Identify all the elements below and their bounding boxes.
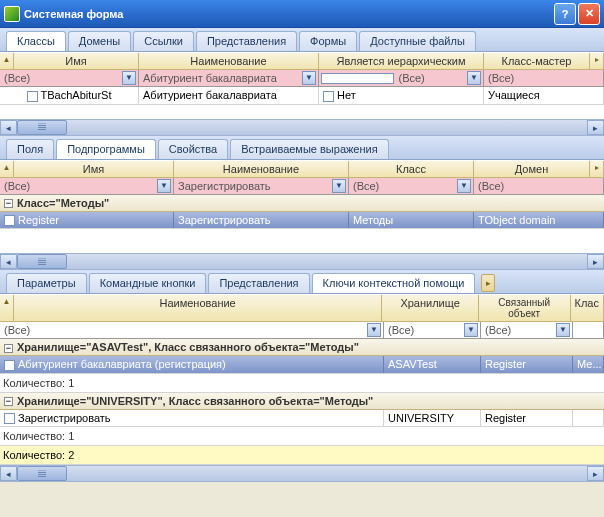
filter-storage: (Все) [386, 324, 464, 336]
dropdown-icon[interactable]: ▼ [332, 179, 346, 193]
col-name[interactable]: Имя [14, 161, 174, 177]
dropdown-icon[interactable]: ▼ [464, 323, 478, 337]
scroll-right-icon[interactable]: ▸ [587, 120, 604, 135]
tabstrip-main: Классы Домены Ссылки Представления Формы… [0, 28, 604, 52]
filter-name: (Все) [2, 72, 122, 84]
tab-views[interactable]: Представления [196, 31, 297, 51]
checkbox-icon[interactable] [27, 91, 38, 102]
tab-cmdbtns[interactable]: Командные кнопки [89, 273, 207, 293]
checkbox-icon[interactable] [4, 413, 15, 424]
col-name[interactable]: Имя [14, 53, 139, 69]
help-button[interactable]: ? [554, 3, 576, 25]
scrollbar-h[interactable]: ◂ ▸ [0, 119, 604, 136]
grid3-row2[interactable]: Зарегистрировать UNIVERSITY Register [0, 410, 604, 428]
grid3-header: ▲ Наименование Хранилище Связанный объек… [0, 294, 604, 322]
tab-forms[interactable]: Формы [299, 31, 357, 51]
scroll-right-icon[interactable]: ▸ [587, 466, 604, 481]
grid3-group2[interactable]: −Хранилище="UNIVERSITY", Класс связанног… [0, 393, 604, 410]
filter-hier: (Все) [397, 72, 468, 84]
grid2-row-selected[interactable]: Register Зарегистрировать Методы TObject… [0, 212, 604, 230]
cell-name: Register [18, 214, 59, 226]
grid2-header: ▲ Имя Наименование Класс Домен ▸ [0, 160, 604, 178]
tab-domains[interactable]: Домены [68, 31, 131, 51]
cell-master: Учащиеся [484, 87, 604, 104]
grid1-row[interactable]: TBachAbiturSt Абитуриент бакалавриата Не… [0, 87, 604, 105]
tab-links[interactable]: Ссылки [133, 31, 194, 51]
dropdown-icon[interactable]: ▼ [457, 179, 471, 193]
collapse-icon[interactable]: − [4, 199, 13, 208]
dropdown-icon[interactable]: ▼ [302, 71, 316, 85]
group-label: Хранилище="ASAVTest", Класс связанного о… [17, 341, 359, 353]
group-label: Класс="Методы" [17, 197, 109, 209]
scrollbar-h[interactable]: ◂ ▸ [0, 253, 604, 270]
cell-class [573, 410, 604, 427]
tab-helpkeys[interactable]: Ключи контекстной помощи [312, 273, 476, 293]
tab-files[interactable]: Доступные файлы [359, 31, 476, 51]
tabstrip-sub: Поля Подпрограммы Свойства Встраиваемые … [0, 136, 604, 160]
scroll-thumb[interactable] [17, 466, 67, 481]
grid3-group1[interactable]: −Хранилище="ASAVTest", Класс связанного … [0, 339, 604, 356]
col-storage[interactable]: Хранилище [382, 295, 479, 321]
cell-linked: Register [481, 410, 573, 427]
col-hierarchy[interactable]: Является иерархическим [319, 53, 484, 69]
checkbox-icon[interactable] [4, 360, 15, 371]
scroll-left-icon[interactable]: ◂ [0, 120, 17, 135]
checkbox-icon[interactable] [323, 91, 334, 102]
scroll-right-icon[interactable]: ▸ [590, 161, 604, 177]
collapse-icon[interactable]: − [4, 344, 13, 353]
checkbox-icon[interactable] [321, 73, 394, 84]
sort-asc-icon[interactable]: ▲ [0, 53, 14, 69]
scroll-right-icon[interactable]: ▸ [587, 254, 604, 269]
grid-classes: ▲ Имя Наименование Является иерархически… [0, 52, 604, 136]
cell-caption: Зарегистрировать [174, 212, 349, 229]
scrollbar-h[interactable]: ◂ ▸ [0, 465, 604, 482]
scroll-right-icon[interactable]: ▸ [590, 53, 604, 69]
filter-name: (Все) [2, 180, 157, 192]
cell-hier: Нет [337, 89, 356, 101]
col-class[interactable]: Класс [349, 161, 474, 177]
grid2-filter: (Все)▼ Зарегистрировать▼ (Все)▼ (Все) [0, 178, 604, 195]
col-class[interactable]: Клас [571, 295, 604, 321]
checkbox-icon[interactable] [4, 215, 15, 226]
tab-properties[interactable]: Свойства [158, 139, 228, 159]
cell-domain: TObject domain [474, 212, 604, 229]
scroll-thumb[interactable] [17, 120, 67, 135]
tab-params[interactable]: Параметры [6, 273, 87, 293]
titlebar[interactable]: Системная форма ? ✕ [0, 0, 604, 28]
cell-linked: Register [481, 356, 573, 373]
collapse-icon[interactable]: − [4, 397, 13, 406]
dropdown-icon[interactable]: ▼ [556, 323, 570, 337]
close-button[interactable]: ✕ [578, 3, 600, 25]
tab-nav-right-icon[interactable]: ▸ [481, 274, 495, 292]
cell-storage: ASAVTest [384, 356, 481, 373]
dropdown-icon[interactable]: ▼ [367, 323, 381, 337]
tab-classes[interactable]: Классы [6, 31, 66, 51]
cell-class: Ме... [573, 356, 604, 373]
col-caption[interactable]: Наименование [14, 295, 382, 321]
sort-asc-icon[interactable]: ▲ [0, 295, 14, 321]
filter-caption: Зарегистрировать [176, 180, 332, 192]
tab-fields[interactable]: Поля [6, 139, 54, 159]
filter-linked: (Все) [483, 324, 556, 336]
tabstrip-detail: Параметры Командные кнопки Представления… [0, 270, 604, 294]
tab-expressions[interactable]: Встраиваемые выражения [230, 139, 389, 159]
col-caption[interactable]: Наименование [139, 53, 319, 69]
col-linked[interactable]: Связанный объект [479, 295, 571, 321]
grid3-row1[interactable]: Абитуриент бакалавриата (регистрация) AS… [0, 356, 604, 374]
col-domain[interactable]: Домен [474, 161, 590, 177]
tab-views2[interactable]: Представления [208, 273, 309, 293]
dropdown-icon[interactable]: ▼ [157, 179, 171, 193]
scroll-left-icon[interactable]: ◂ [0, 466, 17, 481]
col-master[interactable]: Класс-мастер [484, 53, 590, 69]
tab-subprograms[interactable]: Подпрограммы [56, 139, 156, 159]
col-caption[interactable]: Наименование [174, 161, 349, 177]
grid-helpkeys: ▲ Наименование Хранилище Связанный объек… [0, 294, 604, 482]
scroll-thumb[interactable] [17, 254, 67, 269]
scroll-left-icon[interactable]: ◂ [0, 254, 17, 269]
dropdown-icon[interactable]: ▼ [467, 71, 481, 85]
sort-asc-icon[interactable]: ▲ [0, 161, 14, 177]
grid2-group[interactable]: −Класс="Методы" [0, 195, 604, 212]
dropdown-icon[interactable]: ▼ [122, 71, 136, 85]
cell-caption: Абитуриент бакалавриата [139, 87, 319, 104]
cell-storage: UNIVERSITY [384, 410, 481, 427]
